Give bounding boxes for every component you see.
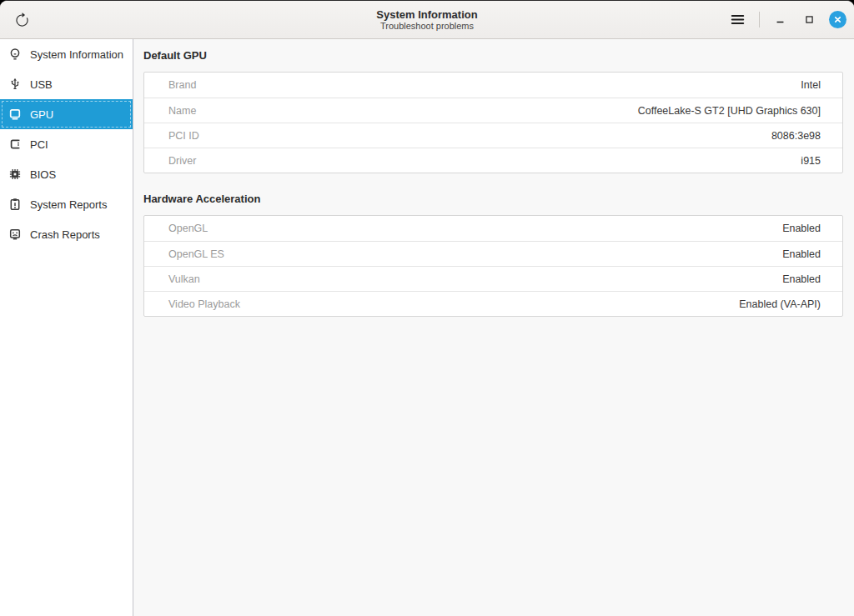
menu-button[interactable]: [726, 9, 748, 31]
row-label: Name: [168, 105, 196, 117]
sidebar-item-pci[interactable]: PCI: [0, 129, 133, 159]
sidebar-item-label: System Information: [30, 48, 123, 61]
row-label: OpenGL ES: [168, 248, 224, 260]
window-subtitle: Troubleshoot problems: [380, 21, 474, 32]
row-value: Intel: [801, 79, 821, 91]
row-label: Vulkan: [168, 273, 200, 285]
hamburger-menu-icon: [730, 12, 746, 28]
sidebar-item-gpu[interactable]: GPU: [0, 99, 133, 129]
usb-icon: [8, 78, 22, 91]
main-content: Default GPUBrandIntelNameCoffeeLake-S GT…: [133, 39, 854, 616]
refresh-icon: [14, 13, 30, 28]
app-window: System Information Troubleshoot problems: [0, 0, 854, 616]
table-row: NameCoffeeLake-S GT2 [UHD Graphics 630]: [144, 98, 842, 123]
pci-card-icon: [8, 138, 22, 151]
section-title-default-gpu: Default GPU: [143, 49, 843, 63]
sidebar-item-system-information[interactable]: System Information: [0, 39, 133, 69]
sidebar-item-label: USB: [30, 78, 53, 91]
sidebar-item-bios[interactable]: BIOS: [0, 159, 133, 189]
close-icon: [831, 13, 844, 26]
sidebar-item-label: BIOS: [30, 168, 56, 181]
row-label: Video Playback: [168, 298, 240, 310]
minimize-button[interactable]: [771, 11, 789, 29]
titlebar-separator: [759, 12, 760, 28]
table-row: PCI ID8086:3e98: [144, 123, 842, 148]
row-label: Brand: [168, 79, 196, 91]
table-row: OpenGL ESEnabled: [144, 241, 842, 266]
row-value: CoffeeLake-S GT2 [UHD Graphics 630]: [638, 105, 821, 117]
row-value: Enabled: [782, 223, 821, 234]
row-label: PCI ID: [168, 130, 199, 142]
sidebar-item-label: GPU: [30, 108, 53, 121]
sidebar-item-crash-reports[interactable]: Crash Reports: [0, 219, 133, 249]
maximize-button[interactable]: [800, 11, 818, 29]
row-value: Enabled: [782, 273, 821, 285]
row-value: i915: [801, 155, 821, 167]
sidebar-item-label: System Reports: [30, 198, 107, 211]
row-value: 8086:3e98: [771, 130, 821, 142]
lightbulb-icon: [8, 48, 22, 61]
section-title-hardware-acceleration: Hardware Acceleration: [143, 193, 843, 206]
info-table-hardware-acceleration: OpenGLEnabledOpenGL ESEnabledVulkanEnabl…: [143, 215, 843, 317]
sidebar: System InformationUSBGPUPCIBIOSSystem Re…: [0, 39, 133, 616]
minimize-icon: [774, 13, 786, 26]
window-controls: [726, 1, 846, 38]
table-row: OpenGLEnabled: [144, 216, 842, 241]
sidebar-item-usb[interactable]: USB: [0, 69, 133, 99]
sidebar-item-label: PCI: [30, 138, 48, 151]
row-label: OpenGL: [168, 223, 208, 234]
crash-face-icon: [8, 228, 22, 241]
close-button[interactable]: [829, 11, 846, 28]
table-row: Video PlaybackEnabled (VA-API): [144, 291, 842, 316]
table-row: VulkanEnabled: [144, 266, 842, 291]
maximize-icon: [803, 13, 816, 26]
sidebar-item-label: Crash Reports: [30, 228, 100, 241]
row-value: Enabled (VA-API): [739, 298, 821, 310]
window-title: System Information: [376, 8, 477, 21]
row-value: Enabled: [782, 248, 821, 260]
titlebar[interactable]: System Information Troubleshoot problems: [0, 1, 854, 39]
row-label: Driver: [168, 155, 196, 167]
table-row: BrandIntel: [144, 73, 842, 98]
clipboard-icon: [8, 198, 22, 211]
window-body: System InformationUSBGPUPCIBIOSSystem Re…: [0, 39, 854, 616]
chip-icon: [8, 168, 22, 181]
table-row: Driveri915: [144, 148, 842, 173]
display-icon: [8, 108, 22, 121]
sidebar-item-system-reports[interactable]: System Reports: [0, 189, 133, 219]
info-table-default-gpu: BrandIntelNameCoffeeLake-S GT2 [UHD Grap…: [143, 72, 843, 173]
refresh-button[interactable]: [11, 9, 33, 31]
